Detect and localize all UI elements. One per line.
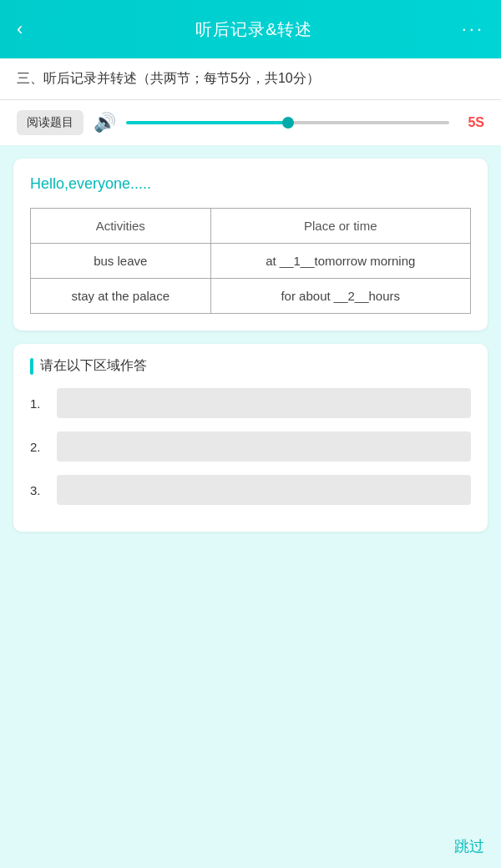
answer-number: 1. xyxy=(30,396,47,411)
back-button[interactable]: ‹ xyxy=(17,18,47,40)
answer-number: 3. xyxy=(30,483,47,497)
more-menu-button[interactable]: ··· xyxy=(462,18,484,40)
answer-input-2[interactable] xyxy=(57,431,471,462)
answer-title-bar xyxy=(30,358,33,375)
answer-row: 2. xyxy=(30,431,471,462)
table-cell: stay at the palace xyxy=(31,279,211,314)
answer-number: 2. xyxy=(30,440,47,454)
answer-rows: 1.2.3. xyxy=(30,388,471,505)
progress-bar[interactable] xyxy=(126,121,449,124)
skip-button[interactable]: 跳过 xyxy=(454,836,484,856)
answer-title: 请在以下区域作答 xyxy=(30,357,471,375)
table-cell: for about __2__hours xyxy=(210,279,470,314)
header: ‹ 听后记录&转述 ··· xyxy=(0,0,501,58)
main-content: Hello,everyone..... Activities Place or … xyxy=(0,145,501,825)
answer-row: 1. xyxy=(30,388,471,418)
hello-text: Hello,everyone..... xyxy=(30,175,471,193)
table-header-activities: Activities xyxy=(31,209,211,244)
answer-title-text: 请在以下区域作答 xyxy=(40,357,147,375)
table-cell: at __1__tomorrow morning xyxy=(210,244,470,279)
audio-bar: 阅读题目 🔊 5S xyxy=(0,100,501,145)
answer-input-1[interactable] xyxy=(57,388,471,418)
table-cell: bus leave xyxy=(31,244,211,279)
subtitle-bar: 三、听后记录并转述（共两节；每节5分，共10分） xyxy=(0,58,501,100)
timer-label: 5S xyxy=(468,115,484,130)
speaker-icon[interactable]: 🔊 xyxy=(94,112,116,134)
header-title: 听后记录&转述 xyxy=(195,18,312,41)
answer-input-3[interactable] xyxy=(57,475,471,505)
answer-row: 3. xyxy=(30,475,471,505)
table-header-place-time: Place or time xyxy=(210,209,470,244)
progress-thumb xyxy=(282,117,294,129)
subtitle-text: 三、听后记录并转述（共两节；每节5分，共10分） xyxy=(17,71,320,85)
answer-section: 请在以下区域作答 1.2.3. xyxy=(13,344,488,532)
content-card: Hello,everyone..... Activities Place or … xyxy=(13,159,488,331)
activity-table: Activities Place or time bus leaveat __1… xyxy=(30,208,471,314)
footer: 跳过 xyxy=(0,825,501,868)
read-button[interactable]: 阅读题目 xyxy=(17,110,84,135)
